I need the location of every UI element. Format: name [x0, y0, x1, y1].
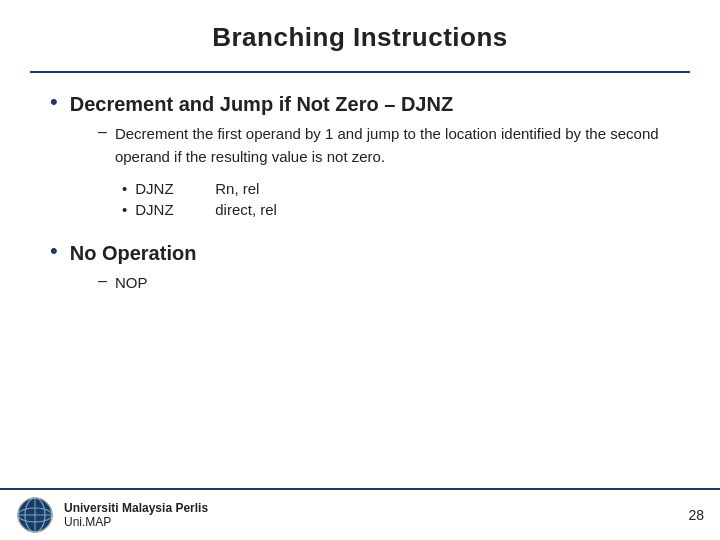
djnz-row-2: • DJNZ direct, rel — [122, 201, 670, 218]
nop-main-bullet: • No Operation — [50, 240, 670, 266]
djnz-heading: Decrement and Jump if Not Zero – DJNZ — [70, 91, 453, 117]
university-logo — [16, 496, 54, 534]
footer: Universiti Malaysia Perlis Uni.MAP 28 — [0, 490, 720, 540]
title-area: Branching Instructions — [0, 0, 720, 63]
djnz-table: • DJNZ Rn, rel • DJNZ direct, rel — [122, 180, 670, 218]
djnz-operand-2: direct, rel — [215, 201, 277, 218]
footer-page-number: 28 — [688, 507, 704, 523]
nop-description: NOP — [115, 272, 148, 295]
djnz-sub-bullet: – Decrement the first operand by 1 and j… — [98, 123, 670, 168]
footer-university: Universiti Malaysia Perlis — [64, 501, 208, 515]
footer-acronym: Uni.MAP — [64, 515, 208, 529]
slide-title: Branching Instructions — [40, 22, 680, 53]
footer-text: Universiti Malaysia Perlis Uni.MAP — [64, 501, 208, 529]
djnz-cmd-2: DJNZ — [135, 201, 215, 218]
djnz-bullet-1: • — [122, 180, 127, 197]
djnz-row-1: • DJNZ Rn, rel — [122, 180, 670, 197]
djnz-cmd-1: DJNZ — [135, 180, 215, 197]
bullet-dot-nop: • — [50, 238, 58, 264]
djnz-operand-1: Rn, rel — [215, 180, 259, 197]
djnz-description: Decrement the first operand by 1 and jum… — [115, 123, 670, 168]
djnz-section: • Decrement and Jump if Not Zero – DJNZ … — [50, 91, 670, 218]
nop-dash: – — [98, 272, 107, 290]
djnz-main-bullet: • Decrement and Jump if Not Zero – DJNZ — [50, 91, 670, 117]
nop-section: • No Operation – NOP — [50, 240, 670, 295]
djnz-bullet-2: • — [122, 201, 127, 218]
slide: Branching Instructions • Decrement and J… — [0, 0, 720, 540]
bullet-dot-djnz: • — [50, 89, 58, 115]
nop-sub-bullet: – NOP — [98, 272, 670, 295]
djnz-dash: – — [98, 123, 107, 141]
nop-heading: No Operation — [70, 240, 197, 266]
slide-content: • Decrement and Jump if Not Zero – DJNZ … — [0, 73, 720, 488]
